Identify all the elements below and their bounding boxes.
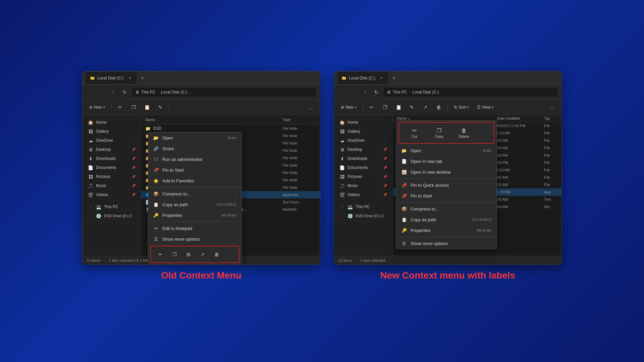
ctx-old-open[interactable]: 📂 Open Enter xyxy=(148,132,241,143)
ctx-mini-copy-button[interactable]: ❐ xyxy=(168,248,180,260)
left-tab-item[interactable]: Local Disk (C:) ✕ xyxy=(86,72,137,84)
right-view-button[interactable]: ☰ View ▾ xyxy=(474,102,496,113)
left-breadcrumb-thispc[interactable]: This PC xyxy=(141,90,156,95)
ctx-new-pintostart[interactable]: 📌 Pin to Start xyxy=(396,190,496,201)
right-col-date-header[interactable]: Date modified xyxy=(497,116,544,120)
ctx-old-editnotepad[interactable]: ✏ Edit in Notepad xyxy=(148,223,241,234)
file-type-vive: File folde xyxy=(282,163,316,167)
sidebar-item-downloads[interactable]: ⬇ Downloads 📌 xyxy=(84,154,140,163)
left-col-name-header[interactable]: Name xyxy=(145,116,282,123)
left-new-tab-button[interactable]: + xyxy=(138,73,147,83)
sidebar-item-music[interactable]: 🎵 Music 📌 xyxy=(84,181,140,190)
right-address-bar[interactable]: 🖥 This PC › Local Disk (C:) › xyxy=(383,87,558,97)
right-status-bar: 12 items 1 item selected xyxy=(334,256,561,264)
ctx-new-properties[interactable]: 🔑 Properties Alt+Enter xyxy=(396,225,496,236)
right-sort-button[interactable]: ⇅ Sort ▾ xyxy=(451,102,472,113)
ctx-old-compress[interactable]: 📦 Compress to... › xyxy=(148,188,241,199)
left-tab-bar: Local Disk (C:) ✕ + xyxy=(86,72,317,84)
right-share-button[interactable]: ↗ xyxy=(420,102,431,113)
right-breadcrumb-localdisk[interactable]: Local Disk (C:) xyxy=(413,90,439,95)
ctx-old-showmore[interactable]: ☰ Show more options xyxy=(148,234,241,244)
left-address-bar[interactable]: 🖥 This PC › Local Disk (C:) › xyxy=(131,87,317,97)
sidebar-item-documents[interactable]: 📄 Documents 📌 xyxy=(84,163,140,172)
ctx-old-copypath[interactable]: 📋 Copy as path Ctrl+Shift+C xyxy=(148,199,241,210)
right-sidebar-item-desktop[interactable]: 🖥 Desktop 📌 xyxy=(335,145,391,154)
right-sidebar-item-pictures[interactable]: 🖼 Pictures 📌 xyxy=(335,172,391,181)
ctx-new-showmore-label: Show more options xyxy=(411,241,448,246)
ctx-mini-delete-button[interactable]: 🗑 xyxy=(211,248,223,260)
ctx-new-compress[interactable]: 📦 Compress to... › xyxy=(396,203,496,214)
sidebar-item-gallery[interactable]: 🖼 Gallery xyxy=(84,127,140,136)
right-col-name-header[interactable]: Name ▲ xyxy=(397,116,497,120)
sidebar-item-pictures[interactable]: 🖼 Pictures 📌 xyxy=(84,172,140,181)
right-sidebar-item-dvd[interactable]: › 💿 DVD Drive (D:) C xyxy=(335,212,391,220)
right-copy-button[interactable]: ❐ xyxy=(380,102,390,113)
right-sidebar-item-home[interactable]: 🏠 Home xyxy=(335,118,391,127)
left-up-button[interactable]: ↑ xyxy=(109,87,118,97)
left-cut-button[interactable]: ✂ xyxy=(115,102,125,113)
documents-pin-icon: 📌 xyxy=(132,166,136,169)
right-up-button[interactable]: ↑ xyxy=(360,87,370,97)
ctx-new-open-label: Open xyxy=(411,148,421,153)
ctx-old-share[interactable]: 🔗 Share xyxy=(148,143,241,154)
right-sidebar-item-gallery[interactable]: 🖼 Gallery xyxy=(335,127,391,136)
ctx-new-cut-button[interactable]: ✂ Cut xyxy=(402,125,426,140)
right-sidebar-item-downloads[interactable]: ⬇ Downloads 📌 xyxy=(335,154,391,163)
ctx-copypath-icon: 📋 xyxy=(153,201,159,207)
ctx-old-runas[interactable]: 🛡 Run as administrator xyxy=(148,154,241,165)
sidebar-item-onedrive[interactable]: ☁ OneDrive › xyxy=(84,136,140,145)
right-home-icon: 🏠 xyxy=(339,120,345,125)
sidebar-item-videos[interactable]: 🎬 Videos 📌 xyxy=(84,190,140,199)
left-tab-close-icon[interactable]: ✕ xyxy=(127,75,132,81)
right-sidebar-item-onedrive[interactable]: ☁ OneDrive › xyxy=(335,136,391,145)
sidebar-item-thispc[interactable]: › 💻 This PC xyxy=(84,202,140,211)
right-sidebar-item-documents[interactable]: 📄 Documents 📌 xyxy=(335,163,391,172)
sidebar-item-desktop[interactable]: 🖥 Desktop 📌 xyxy=(84,145,140,154)
ctx-mini-share-button[interactable]: ↗ xyxy=(197,248,209,260)
right-sidebar-item-thispc[interactable]: › 💻 This PC xyxy=(335,202,391,211)
left-copy-button[interactable]: ❐ xyxy=(128,102,139,113)
ctx-new-pintoquickaccess[interactable]: 📌 Pin to Quick access xyxy=(396,180,496,190)
ctx-showmore-label: Show more options xyxy=(162,237,200,242)
left-breadcrumb-localdisk[interactable]: Local Disk (C:) xyxy=(161,90,187,95)
left-col-type-header[interactable]: Type xyxy=(282,118,316,122)
ctx-new-copypath[interactable]: 📋 Copy as path Ctrl+Shift+C xyxy=(396,214,496,225)
left-new-button[interactable]: ⊕ New ▾ xyxy=(87,102,108,113)
right-file-date-vive: 7:50 PM xyxy=(494,161,541,165)
ctx-new-copy-button[interactable]: ❐ Copy xyxy=(427,125,451,140)
right-tab-close-icon[interactable]: ✕ xyxy=(379,75,384,81)
right-delete-button[interactable]: 🗑 xyxy=(433,102,444,113)
right-more-options-button[interactable]: ... xyxy=(547,102,557,113)
ctx-new-opennewwindow[interactable]: 🪟 Open in new window xyxy=(396,167,496,177)
ctx-old-pintostart[interactable]: 📌 Pin to Start xyxy=(148,165,241,175)
ctx-new-open[interactable]: 📂 Open Enter xyxy=(396,145,496,156)
ctx-mini-cut-button[interactable]: ✂ xyxy=(154,248,166,260)
right-breadcrumb-thispc[interactable]: This PC xyxy=(393,90,407,95)
right-col-type-header[interactable]: Typ xyxy=(544,116,557,120)
file-type-windowsold: File folde xyxy=(282,185,316,189)
right-new-button[interactable]: ⊕ New ▾ xyxy=(338,102,359,113)
right-sidebar-item-music[interactable]: 🎵 Music 📌 xyxy=(335,181,391,190)
right-music-icon: 🎵 xyxy=(339,183,345,188)
right-refresh-button[interactable]: ↻ xyxy=(372,87,381,97)
right-file-type-vive: File xyxy=(544,161,557,165)
file-row-esd[interactable]: 📁 ESD File folde xyxy=(141,125,320,132)
left-refresh-button[interactable]: ↻ xyxy=(120,87,129,97)
pictures-icon: 🖼 xyxy=(88,174,93,179)
sidebar-item-home[interactable]: 🏠 Home xyxy=(84,118,140,127)
ctx-old-properties[interactable]: 🔑 Properties Alt+Enter xyxy=(148,210,241,221)
ctx-new-delete-button[interactable]: 🗑 Delete xyxy=(452,126,476,140)
sidebar-item-dvd[interactable]: › 💿 DVD Drive (D:) C xyxy=(84,212,140,220)
ctx-new-opennewtab[interactable]: 📑 Open in new tab xyxy=(396,156,496,167)
right-tab-item[interactable]: Local Disk (C:) ✕ xyxy=(337,72,388,84)
ctx-old-addtofav[interactable]: ⭐ Add to Favorites xyxy=(148,175,241,186)
right-cut-button[interactable]: ✂ xyxy=(366,102,377,113)
ctx-mini-clipboard-button[interactable]: ⊞ xyxy=(182,248,195,260)
right-rename-button[interactable]: ✎ xyxy=(407,102,417,113)
right-documents-pin-icon: 📌 xyxy=(383,166,387,169)
left-more-options-button[interactable]: ... xyxy=(305,102,316,113)
ctx-new-showmore[interactable]: ☰ Show more options xyxy=(396,238,496,249)
right-sidebar-item-videos[interactable]: 🎬 Videos 📌 xyxy=(335,190,391,199)
right-new-tab-button[interactable]: + xyxy=(389,73,399,83)
left-rename-button[interactable]: ✎ xyxy=(155,102,166,113)
